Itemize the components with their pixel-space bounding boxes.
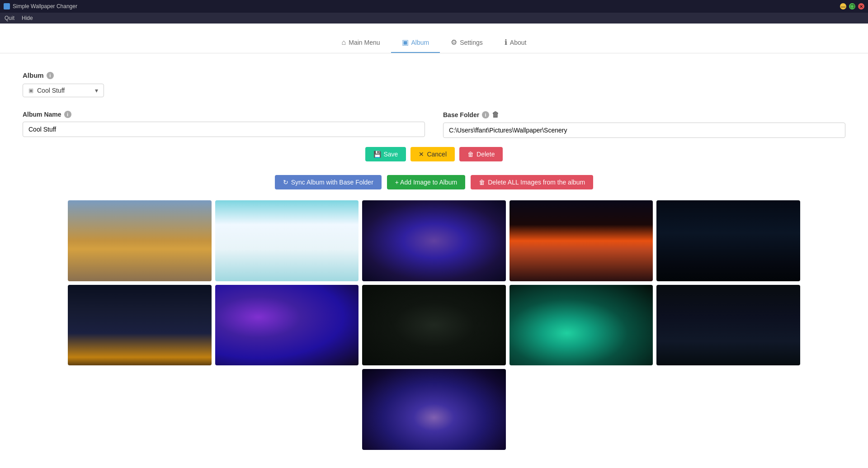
app-icon	[4, 3, 10, 9]
titlebar-left: Simple Wallpaper Changer	[4, 3, 77, 9]
cancel-icon: ✕	[419, 151, 424, 158]
album-actions: ↻ Sync Album with Base Folder + Add Imag…	[23, 175, 845, 189]
dropdown-image-icon: ▣	[28, 87, 33, 94]
nav-tabs: ⌂ Main Menu ▣ Album ⚙ Settings ℹ About	[0, 24, 868, 53]
save-icon: 💾	[373, 151, 381, 158]
sync-icon: ↻	[283, 179, 288, 186]
album-name-input[interactable]	[23, 122, 425, 137]
delete-button[interactable]: 🗑 Delete	[459, 147, 503, 161]
base-folder-group: Base Folder i 🗑	[443, 111, 845, 138]
album-name-info-icon[interactable]: i	[64, 111, 71, 118]
list-item-empty	[509, 369, 653, 450]
list-item[interactable]	[215, 285, 359, 366]
close-button[interactable]: ✕	[858, 3, 864, 9]
chevron-down-icon: ▾	[95, 87, 98, 94]
titlebar-controls: — ❐ ✕	[840, 3, 864, 9]
base-folder-delete-icon[interactable]: 🗑	[492, 111, 499, 119]
tab-main-menu[interactable]: ⌂ Main Menu	[331, 33, 391, 53]
album-name-group: Album Name i	[23, 111, 425, 138]
list-item-empty	[656, 369, 800, 450]
cancel-button[interactable]: ✕ Cancel	[410, 147, 455, 161]
save-label: Save	[384, 151, 398, 158]
delete-all-icon: 🗑	[479, 179, 485, 186]
tab-settings[interactable]: ⚙ Settings	[440, 33, 494, 53]
list-item[interactable]	[656, 285, 800, 366]
menu-quit[interactable]: Quit	[5, 15, 14, 21]
main-content: Album i ▣ Cool Stuff ▾ Album Name i Base…	[0, 67, 868, 468]
delete-label: Delete	[476, 151, 495, 158]
list-item[interactable]	[215, 200, 359, 281]
form-actions: 💾 Save ✕ Cancel 🗑 Delete	[23, 147, 845, 161]
base-folder-label-text: Base Folder	[443, 111, 479, 118]
list-item[interactable]	[68, 285, 212, 366]
list-item[interactable]	[509, 200, 653, 281]
app-title: Simple Wallpaper Changer	[13, 3, 77, 9]
album-dropdown-value: Cool Stuff	[37, 87, 65, 94]
cancel-label: Cancel	[427, 151, 447, 158]
album-name-label: Album Name i	[23, 111, 425, 118]
image-grid	[23, 200, 845, 450]
list-item[interactable]	[656, 200, 800, 281]
base-folder-info-icon[interactable]: i	[482, 111, 489, 118]
base-folder-label: Base Folder i 🗑	[443, 111, 845, 119]
list-item[interactable]	[362, 285, 506, 366]
add-image-button[interactable]: + Add Image to Album	[387, 175, 465, 189]
list-item[interactable]	[68, 200, 212, 281]
tab-main-menu-label: Main Menu	[349, 39, 380, 46]
base-folder-input[interactable]	[443, 123, 845, 138]
tab-album[interactable]: ▣ Album	[391, 33, 440, 53]
tab-about[interactable]: ℹ About	[494, 33, 538, 53]
sync-label: Sync Album with Base Folder	[291, 179, 373, 186]
main-menu-icon: ⌂	[342, 38, 346, 47]
maximize-button[interactable]: ❐	[849, 3, 855, 9]
sync-button[interactable]: ↻ Sync Album with Base Folder	[275, 175, 382, 189]
menubar: Quit Hide	[0, 13, 868, 24]
menu-hide[interactable]: Hide	[22, 15, 33, 21]
list-item[interactable]	[362, 200, 506, 281]
album-icon: ▣	[402, 38, 409, 47]
delete-all-label: Delete ALL Images from the album	[488, 179, 585, 186]
delete-all-button[interactable]: 🗑 Delete ALL Images from the album	[471, 175, 593, 189]
album-section-label: Album i	[23, 71, 845, 79]
delete-icon: 🗑	[467, 151, 474, 158]
tab-album-label: Album	[411, 39, 429, 46]
add-image-label: + Add Image to Album	[395, 179, 457, 186]
album-info-icon[interactable]: i	[47, 72, 54, 79]
list-item[interactable]	[362, 369, 506, 450]
save-button[interactable]: 💾 Save	[365, 147, 406, 161]
list-item[interactable]	[509, 285, 653, 366]
settings-icon: ⚙	[451, 38, 457, 47]
about-icon: ℹ	[505, 38, 507, 47]
album-label-text: Album	[23, 71, 44, 79]
titlebar: Simple Wallpaper Changer — ❐ ✕	[0, 0, 868, 13]
form-row: Album Name i Base Folder i 🗑	[23, 111, 845, 138]
tab-about-label: About	[510, 39, 527, 46]
album-name-label-text: Album Name	[23, 111, 61, 118]
album-dropdown[interactable]: ▣ Cool Stuff ▾	[23, 84, 104, 97]
list-item-empty	[68, 369, 212, 450]
list-item-empty	[215, 369, 359, 450]
tab-settings-label: Settings	[460, 39, 483, 46]
minimize-button[interactable]: —	[840, 3, 846, 9]
